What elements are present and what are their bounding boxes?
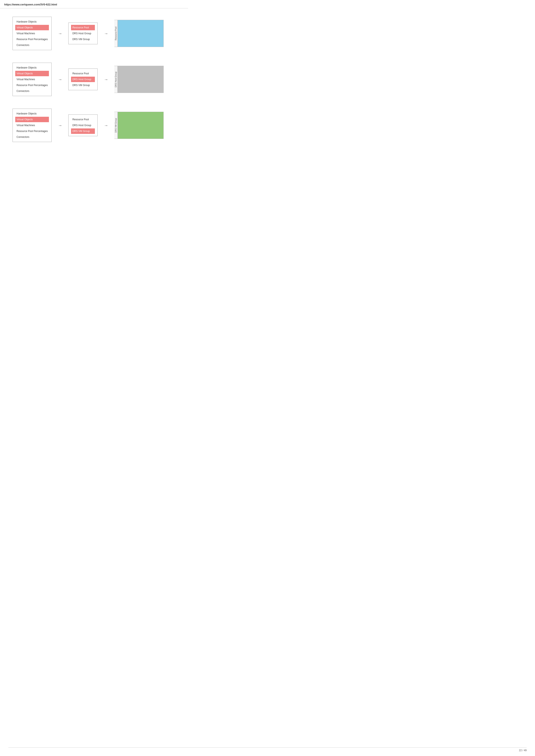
right-panel-wrapper-1: Resource Pool [114, 20, 164, 47]
option-item-2-2: DRS Host Group [71, 77, 95, 82]
arrow-left-1: → [58, 31, 62, 36]
arrow-right-2: → [104, 77, 108, 82]
rotated-label-2: DRS Host Group [114, 66, 118, 93]
right-panel-wrapper-3: DRS VM Group [114, 112, 164, 139]
right-panel-3 [118, 112, 164, 139]
list-item-2-5: Connectors [15, 88, 49, 94]
option-item-1-1: Resource Pool [71, 25, 95, 30]
right-panel-2 [118, 66, 164, 93]
option-item-3-1: Resource Pool [71, 117, 95, 122]
list-item-3-4: Resource Pool Percentages [15, 128, 49, 134]
option-item-3-3: DRS VM Group [71, 128, 95, 134]
arrow-left-3: → [58, 123, 62, 128]
right-panel-1 [118, 20, 164, 47]
options-box-1: Resource PoolDRS Host GroupDRS VM Group [68, 22, 98, 44]
list-item-1-5: Connectors [15, 42, 49, 48]
right-panel-wrapper-2: DRS Host Group [114, 66, 164, 93]
option-item-1-2: DRS Host Group [71, 31, 95, 36]
option-item-2-3: DRS VM Group [71, 83, 95, 88]
page-content: Hardware ObjectsVirtual ObjectsVirtual M… [0, 8, 188, 163]
list-item-2-3: Virtual Machines [15, 77, 49, 82]
list-item-1-3: Virtual Machines [15, 31, 49, 36]
diagram-section-1: Hardware ObjectsVirtual ObjectsVirtual M… [13, 17, 176, 50]
arrow-right-1: → [104, 31, 108, 36]
arrow-right-3: → [104, 123, 108, 128]
option-item-2-1: Resource Pool [71, 71, 95, 76]
list-item-2-4: Resource Pool Percentages [15, 83, 49, 88]
list-item-2-2: Virtual Objects [15, 71, 49, 76]
header-url: https://www.certqueen.com/3V0-622.html [4, 3, 57, 6]
list-item-2-1: Hardware Objects [15, 65, 49, 70]
diagram-section-3: Hardware ObjectsVirtual ObjectsVirtual M… [13, 109, 176, 142]
list-item-1-1: Hardware Objects [15, 19, 49, 24]
arrow-left-2: → [58, 77, 62, 82]
diagram-section-2: Hardware ObjectsVirtual ObjectsVirtual M… [13, 63, 176, 96]
options-box-3: Resource PoolDRS Host GroupDRS VM Group [68, 115, 98, 136]
list-box-1: Hardware ObjectsVirtual ObjectsVirtual M… [13, 17, 52, 50]
options-box-2: Resource PoolDRS Host GroupDRS VM Group [68, 68, 98, 90]
list-item-3-2: Virtual Objects [15, 117, 49, 122]
option-item-1-3: DRS VM Group [71, 37, 95, 42]
list-item-3-5: Connectors [15, 134, 49, 140]
list-item-1-4: Resource Pool Percentages [15, 37, 49, 42]
header: https://www.certqueen.com/3V0-622.html [0, 0, 188, 8]
option-item-3-2: DRS Host Group [71, 122, 95, 128]
rotated-label-3: DRS VM Group [114, 112, 118, 139]
list-item-3-3: Virtual Machines [15, 122, 49, 128]
list-box-3: Hardware ObjectsVirtual ObjectsVirtual M… [13, 109, 52, 142]
list-box-2: Hardware ObjectsVirtual ObjectsVirtual M… [13, 63, 52, 96]
list-item-1-2: Virtual Objects [15, 25, 49, 30]
list-item-3-1: Hardware Objects [15, 111, 49, 116]
rotated-label-1: Resource Pool [114, 20, 118, 47]
